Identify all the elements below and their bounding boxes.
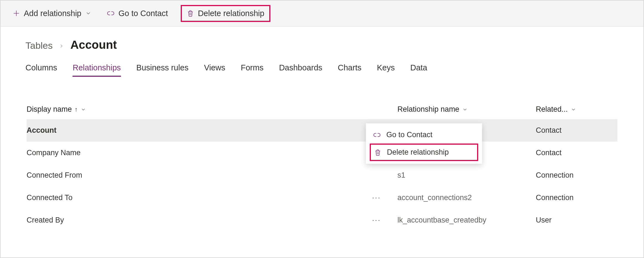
cell-related: Connection bbox=[536, 193, 617, 202]
sort-ascending-icon: ↑ bbox=[75, 106, 78, 113]
row-more-icon[interactable]: ··· bbox=[372, 216, 381, 224]
breadcrumb: Tables Account bbox=[1, 27, 643, 52]
chevron-down-icon bbox=[81, 107, 86, 112]
cell-relname: account_connections2 bbox=[397, 193, 536, 202]
cell-relname: s1 bbox=[397, 171, 536, 180]
tab-relationships[interactable]: Relationships bbox=[73, 63, 121, 77]
table-row[interactable]: Account ··· cr25d_Account_Contact Contac… bbox=[27, 119, 617, 142]
tab-columns[interactable]: Columns bbox=[25, 63, 57, 77]
tab-keys[interactable]: Keys bbox=[377, 63, 395, 77]
table-row[interactable]: Company Name ··· ccounts Contact bbox=[27, 142, 617, 164]
cell-related: Connection bbox=[536, 171, 617, 180]
command-bar: Add relationship Go to Contact Delete re… bbox=[1, 1, 643, 27]
trash-icon bbox=[187, 10, 194, 17]
cell-display: Connected To bbox=[27, 193, 73, 202]
menu-item-label: Delete relationship bbox=[387, 148, 449, 157]
tab-charts[interactable]: Charts bbox=[338, 63, 361, 77]
chevron-down-icon bbox=[462, 107, 468, 112]
cell-related: Contact bbox=[536, 126, 617, 135]
tab-dashboards[interactable]: Dashboards bbox=[279, 63, 322, 77]
breadcrumb-root[interactable]: Tables bbox=[25, 40, 53, 51]
table-row[interactable]: Connected From ··· s1 Connection bbox=[27, 164, 617, 187]
add-relationship-label: Add relationship bbox=[24, 9, 81, 18]
plus-icon bbox=[13, 10, 20, 17]
row-more-icon[interactable]: ··· bbox=[372, 193, 381, 202]
cell-display: Account bbox=[27, 126, 56, 135]
table-header: Display name ↑ Relationship name Related… bbox=[27, 105, 617, 119]
cell-relname: lk_accountbase_createdby bbox=[397, 216, 536, 224]
delete-relationship-label: Delete relationship bbox=[198, 9, 264, 18]
tab-business-rules[interactable]: Business rules bbox=[136, 63, 189, 77]
table-body: Account ··· cr25d_Account_Contact Contac… bbox=[27, 119, 617, 231]
context-delete-relationship[interactable]: Delete relationship bbox=[370, 144, 478, 161]
column-header-label: Display name bbox=[27, 105, 72, 114]
link-icon bbox=[107, 9, 115, 17]
context-menu: Go to Contact Delete relationship bbox=[366, 123, 482, 164]
column-header-label: Relationship name bbox=[397, 105, 459, 114]
delete-relationship-button[interactable]: Delete relationship bbox=[181, 5, 270, 22]
link-icon bbox=[373, 131, 381, 139]
chevron-down-icon bbox=[571, 107, 576, 112]
trash-icon bbox=[374, 149, 381, 156]
column-header-display-name[interactable]: Display name ↑ bbox=[27, 105, 397, 114]
tab-forms[interactable]: Forms bbox=[241, 63, 263, 77]
column-header-label: Related... bbox=[536, 105, 568, 114]
breadcrumb-current: Account bbox=[70, 38, 117, 52]
context-go-to-contact[interactable]: Go to Contact bbox=[366, 126, 482, 144]
cell-related: User bbox=[536, 216, 617, 224]
tab-data[interactable]: Data bbox=[410, 63, 427, 77]
relationships-table: Display name ↑ Relationship name Related… bbox=[1, 77, 643, 231]
cell-display: Connected From bbox=[27, 171, 82, 180]
tab-views[interactable]: Views bbox=[204, 63, 225, 77]
go-to-contact-button[interactable]: Go to Contact bbox=[104, 7, 171, 20]
column-header-related[interactable]: Related... bbox=[536, 105, 617, 114]
chevron-down-icon bbox=[85, 10, 91, 16]
chevron-right-icon bbox=[59, 43, 64, 49]
cell-related: Contact bbox=[536, 149, 617, 157]
tabs: Columns Relationships Business rules Vie… bbox=[1, 52, 643, 77]
table-row[interactable]: Created By ··· lk_accountbase_createdby … bbox=[27, 209, 617, 231]
cell-display: Created By bbox=[27, 216, 64, 224]
cell-display: Company Name bbox=[27, 149, 81, 157]
table-row[interactable]: Connected To ··· account_connections2 Co… bbox=[27, 187, 617, 209]
go-to-contact-label: Go to Contact bbox=[118, 9, 168, 18]
column-header-relationship-name[interactable]: Relationship name bbox=[397, 105, 536, 114]
add-relationship-button[interactable]: Add relationship bbox=[10, 7, 94, 20]
menu-item-label: Go to Contact bbox=[386, 131, 433, 139]
